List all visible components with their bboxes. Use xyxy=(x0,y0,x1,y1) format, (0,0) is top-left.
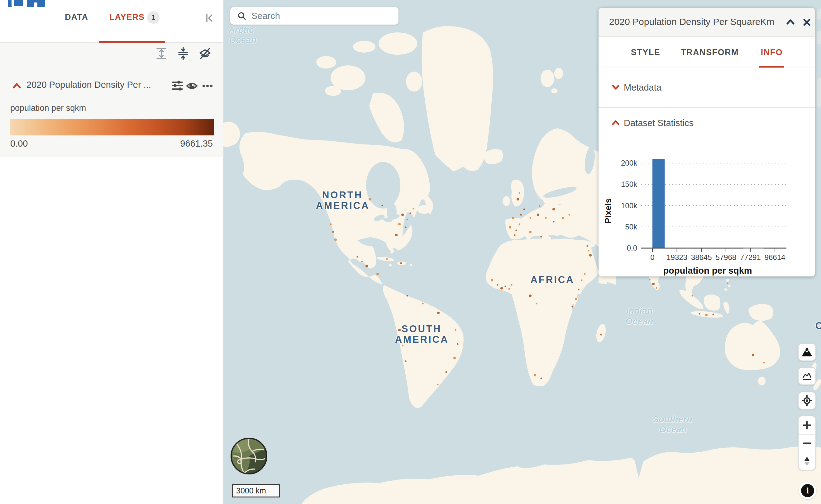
svg-text:150k: 150k xyxy=(621,180,638,188)
scale-bar: 3000 km xyxy=(232,484,280,497)
app-logo[interactable] xyxy=(8,0,25,7)
expand-all-legends-button[interactable] xyxy=(154,47,168,60)
panel-header: 2020 Population Density Per SquareKm xyxy=(598,8,815,37)
layer-style-button[interactable] xyxy=(171,79,184,92)
layers-count-badge: 1 xyxy=(147,11,159,24)
zoom-in-button[interactable] xyxy=(799,416,815,434)
sidebar-tabbar: DATA LAYERS 1 xyxy=(0,0,224,43)
info-icon: i xyxy=(801,484,814,497)
hidden-control-sliver xyxy=(817,9,821,20)
svg-text:0: 0 xyxy=(650,253,654,261)
tab-style[interactable]: STYLE xyxy=(631,48,661,57)
scale-label: 3000 km xyxy=(236,486,266,495)
plus-icon xyxy=(802,421,812,430)
terrain-icon xyxy=(802,347,812,357)
elevation-profile-button[interactable] xyxy=(798,367,816,385)
svg-text:50k: 50k xyxy=(625,223,638,231)
left-sidebar: DATA LAYERS 1 xyxy=(0,0,224,504)
section-label: Dataset Statistics xyxy=(624,118,694,128)
elevation-profile-icon xyxy=(802,371,812,381)
layer-more-button[interactable] xyxy=(202,82,213,90)
minus-icon xyxy=(802,439,812,448)
svg-text:0.0: 0.0 xyxy=(627,244,637,252)
attribution-button[interactable]: i xyxy=(799,482,816,499)
svg-text:96614: 96614 xyxy=(765,253,786,261)
svg-text:19323: 19323 xyxy=(667,253,687,261)
collapse-left-icon xyxy=(207,14,212,22)
tab-transform[interactable]: TRANSFORM xyxy=(681,48,739,57)
collapse-all-legends-button[interactable] xyxy=(176,47,190,60)
svg-text:38645: 38645 xyxy=(691,253,712,261)
histogram-x-axis-label: population per sqkm xyxy=(633,266,782,276)
layer-title: 2020 Population Density Per ... xyxy=(26,80,165,90)
map-search[interactable] xyxy=(230,7,399,25)
svg-text:77291: 77291 xyxy=(740,253,761,261)
zoom-out-button[interactable] xyxy=(799,434,815,452)
locate-button[interactable] xyxy=(798,392,816,410)
svg-text:57968: 57968 xyxy=(715,253,736,261)
more-dots-icon xyxy=(202,85,213,87)
app-root: Arctic Ocean NORTH AMERICA SOUTH AMERICA… xyxy=(0,0,821,504)
logo-glyph xyxy=(34,2,37,7)
chevron-up-icon xyxy=(610,117,621,128)
chevron-down-icon xyxy=(610,82,621,92)
panel-tabs: STYLE TRANSFORM INFO xyxy=(598,37,815,68)
expand-legends-icon xyxy=(157,49,166,59)
layer-row[interactable]: 2020 Population Density Per ... xyxy=(0,78,224,94)
legend-min-value: 0.00 xyxy=(10,139,28,149)
locate-icon xyxy=(801,395,813,406)
search-icon xyxy=(237,11,247,21)
search-input[interactable] xyxy=(251,11,399,21)
legend-attribute-label: population per sqkm xyxy=(10,103,86,113)
close-icon xyxy=(804,20,809,25)
compass-icon xyxy=(802,456,812,467)
app-logo[interactable] xyxy=(27,0,45,7)
logo-glyph xyxy=(12,0,25,7)
close-panel-button[interactable] xyxy=(801,16,812,28)
legend-max-value: 9661.35 xyxy=(180,139,213,149)
panel-title: 2020 Population Density Per SquareKm xyxy=(609,16,774,27)
active-tab-underline xyxy=(759,66,784,68)
svg-text:200k: 200k xyxy=(621,159,638,167)
section-metadata[interactable]: Metadata xyxy=(598,82,815,114)
chevron-up-icon xyxy=(14,84,20,87)
layer-visibility-button[interactable] xyxy=(186,80,198,92)
section-label: Metadata xyxy=(624,82,662,93)
hidden-control-sliver xyxy=(817,31,821,45)
section-dataset-statistics[interactable]: Dataset Statistics xyxy=(598,118,815,149)
svg-text:Pixels: Pixels xyxy=(603,198,613,224)
collapse-panel-button[interactable] xyxy=(785,16,796,28)
eye-icon xyxy=(187,83,197,88)
hidden-control-sliver xyxy=(817,78,821,107)
zoom-control xyxy=(798,416,816,470)
layer-detail-panel: 2020 Population Density Per SquareKm STY… xyxy=(598,8,815,276)
chevron-up-icon xyxy=(787,20,794,24)
tab-layers[interactable]: LAYERS xyxy=(109,12,144,22)
tab-info[interactable]: INFO xyxy=(761,48,783,57)
legend-color-ramp xyxy=(10,119,214,135)
compass-button[interactable] xyxy=(799,452,815,470)
collapse-sidebar-button[interactable] xyxy=(203,12,216,24)
collapse-layer-button[interactable] xyxy=(11,80,22,92)
section-divider xyxy=(598,107,815,108)
legend-toolbar xyxy=(0,47,212,60)
dataset-statistics-histogram: 0.050k100k150k200k0193233864557968772919… xyxy=(601,146,807,265)
hide-all-layers-button[interactable] xyxy=(198,47,212,60)
collapse-legends-icon xyxy=(179,48,187,59)
terrain-button[interactable] xyxy=(798,343,816,361)
layers-off-icon xyxy=(200,49,210,59)
svg-text:100k: 100k xyxy=(621,201,638,210)
basemap-globe-button[interactable] xyxy=(230,437,268,475)
tab-data[interactable]: DATA xyxy=(65,12,88,22)
